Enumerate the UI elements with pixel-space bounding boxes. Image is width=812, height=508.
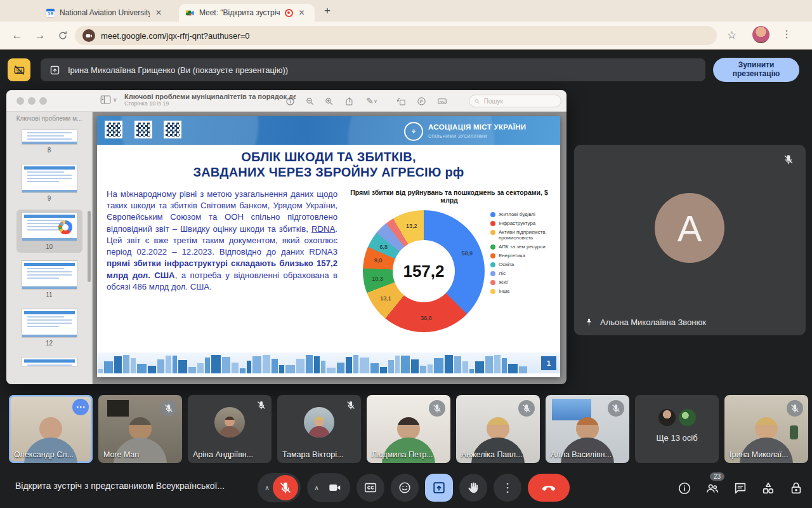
chevron-down-icon: ∨	[113, 97, 117, 103]
tab-title: National Aviation University –	[60, 8, 150, 17]
page-thumbnail[interactable]: 11	[16, 258, 82, 301]
participant-tile[interactable]: Тамара Вікторі...	[277, 395, 361, 463]
document-search-field[interactable]	[469, 95, 561, 107]
chevron-down-icon[interactable]: ∨	[374, 98, 377, 104]
control-bar: Відкрита зустріч з представником Всеукра…	[0, 468, 812, 508]
tile-options-button[interactable]: ⋯	[72, 399, 89, 415]
reload-button[interactable]	[56, 29, 70, 43]
browser-toolbar: meet.google.com/jqx-rfrj-qnt?authuser=0	[0, 22, 812, 50]
participant-name: More Man	[103, 450, 139, 459]
more-options-button[interactable]: ⋮	[494, 474, 521, 502]
mic-off-icon	[783, 154, 794, 165]
skyline-building	[279, 365, 284, 373]
url-text: meet.google.com/jqx-rfrj-qnt?authuser=0	[101, 31, 249, 41]
activities-button[interactable]	[761, 481, 775, 495]
legend-label: Інше	[499, 288, 510, 294]
zoom-out-button[interactable]	[303, 95, 316, 107]
annotate-button[interactable]	[415, 95, 428, 107]
skyline-building	[502, 358, 507, 373]
meeting-details-button[interactable]	[678, 481, 691, 495]
captions-button[interactable]	[357, 474, 384, 502]
chart-center-value: 157,2	[403, 262, 444, 281]
new-tab-button[interactable]	[321, 4, 334, 17]
browser-tabstrip: 19 National Aviation University – Meet: …	[0, 0, 812, 22]
participant-tile[interactable]: Людмила Петр...	[367, 395, 450, 463]
participant-name: Алла Василівн...	[551, 450, 612, 459]
overflow-avatars	[635, 409, 719, 426]
camera-button[interactable]	[322, 475, 348, 500]
donut-hole: 157,2	[393, 240, 455, 302]
spotlight-participant-tile[interactable]: A Альона Миколаївна Звонюк	[574, 145, 806, 335]
legend-swatch	[490, 289, 495, 294]
host-controls-button[interactable]	[789, 481, 803, 495]
info-button[interactable]	[284, 95, 296, 107]
legend-label: Енергетика	[499, 253, 525, 258]
tab-close-icon[interactable]	[154, 8, 163, 17]
mic-mute-button[interactable]	[273, 475, 298, 500]
participant-tile[interactable]: More Man	[98, 395, 182, 463]
present-screen-button[interactable]	[425, 474, 453, 502]
page-thumbnail[interactable]: 9	[16, 161, 82, 204]
sidebar-toggle-button[interactable]: ∨	[100, 95, 117, 104]
skyline-building	[173, 356, 177, 373]
skyline-building	[252, 356, 261, 373]
window-minimize-button[interactable]	[28, 97, 36, 105]
camera-site-icon[interactable]	[82, 29, 95, 42]
legend-item: Активи підприємств, промисловість	[490, 229, 558, 241]
keyboard-off-warning-button[interactable]	[8, 58, 30, 81]
browser-tab-calendar[interactable]: 19 National Aviation University –	[39, 4, 176, 22]
avatar	[658, 409, 676, 426]
legend-item: Ліс	[490, 271, 558, 276]
people-panel-button[interactable]: 23	[705, 481, 719, 495]
participant-tile[interactable]: Ірина Миколаї...	[724, 395, 808, 463]
mic-options-chevron-icon[interactable]	[263, 484, 271, 492]
skyline-building	[380, 367, 387, 373]
skyline-building	[247, 361, 251, 373]
skyline-building	[337, 363, 344, 373]
mic-off-icon	[608, 400, 624, 417]
participant-footer: Альона Миколаївна Звонюк	[584, 318, 706, 327]
sidebar-scrollbar[interactable]	[88, 211, 91, 282]
profile-avatar-button[interactable]	[752, 26, 769, 43]
page-thumbnail-partial[interactable]	[16, 354, 82, 367]
zoom-in-button[interactable]	[322, 95, 335, 107]
search-input[interactable]	[483, 97, 556, 105]
share-button[interactable]	[343, 95, 355, 107]
chat-panel-button[interactable]	[733, 481, 747, 495]
camera-options-chevron-icon[interactable]	[313, 484, 320, 492]
browser-tab-meet[interactable]: Meet: "Відкрита зустріч	[179, 4, 315, 22]
page-thumbnail[interactable]: 8	[16, 127, 82, 156]
back-button[interactable]	[10, 29, 24, 43]
browser-menu-button[interactable]	[782, 28, 792, 40]
raise-hand-button[interactable]	[459, 474, 487, 502]
page-number-label: 11	[19, 290, 80, 301]
address-bar[interactable]: meet.google.com/jqx-rfrj-qnt?authuser=0	[75, 26, 717, 45]
participant-tile[interactable]: Анжеліка Павл...	[456, 395, 540, 463]
donut-chart: 157,2 58,936,813,110,39,06,813,2	[363, 210, 485, 332]
rotate-button[interactable]	[395, 95, 407, 107]
participant-tile[interactable]: Ще 13 осіб	[635, 395, 719, 463]
bookmark-star-icon[interactable]	[727, 29, 737, 42]
tab-close-icon[interactable]	[298, 8, 306, 17]
stop-presentation-button[interactable]: Зупинити презентацію	[713, 58, 799, 82]
legend-item: Енергетика	[490, 253, 558, 258]
participant-tile[interactable]: Олександр Сл...⋯	[9, 395, 93, 463]
legend-item: Житлові будівлі	[490, 211, 558, 217]
page-thumbnail[interactable]: 12	[16, 306, 82, 349]
signature-button[interactable]	[436, 95, 449, 107]
skyline-building	[222, 357, 230, 373]
window-close-button[interactable]	[16, 97, 24, 105]
page-thumbnail[interactable]: 10	[16, 210, 82, 253]
legend-swatch	[490, 244, 495, 250]
participant-tile[interactable]: Алла Василівн...	[546, 395, 629, 463]
window-zoom-button[interactable]	[39, 97, 47, 105]
slide-body-text: На міжнародному рівні з метою узагальнен…	[107, 189, 337, 293]
forward-button[interactable]	[33, 29, 47, 43]
end-call-button[interactable]	[528, 474, 570, 502]
markup-button[interactable]: ✎∨	[363, 95, 380, 107]
participant-tile[interactable]: Аріна Андріївн...	[188, 395, 272, 463]
reactions-button[interactable]	[391, 474, 419, 502]
skyline-building	[137, 364, 147, 373]
legend-swatch	[490, 253, 495, 258]
participant-name: Людмила Петр...	[372, 450, 433, 459]
